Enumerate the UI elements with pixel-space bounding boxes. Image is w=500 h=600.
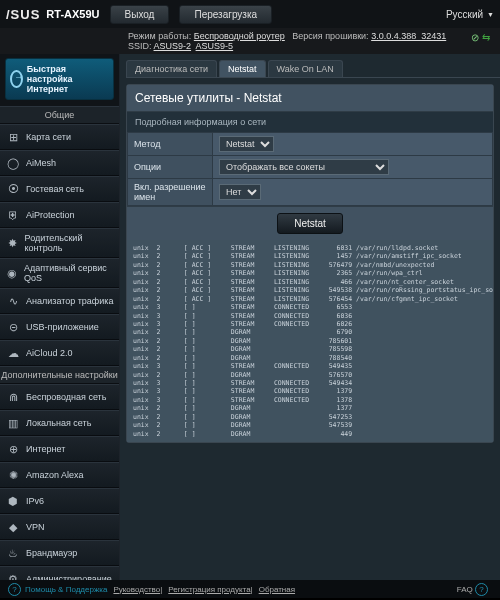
- quick-setup-icon: [10, 70, 23, 88]
- nav-icon: ◆: [5, 519, 21, 535]
- nav-label: Анализатор трафика: [26, 296, 113, 306]
- nav-label: Брандмауэр: [26, 548, 77, 558]
- option-label: Опции: [128, 156, 213, 179]
- nav-label: Карта сети: [26, 132, 71, 142]
- sidebar-item[interactable]: ⊝USB-приложение: [0, 314, 119, 340]
- nav-icon: ✸: [5, 235, 20, 251]
- nav-icon: ⦿: [5, 181, 21, 197]
- help-label[interactable]: Помощь & Поддержка: [25, 585, 107, 594]
- nav-label: Адаптивный сервис QoS: [24, 263, 114, 283]
- logout-button[interactable]: Выход: [110, 5, 170, 24]
- sidebar-item[interactable]: ◆VPN: [0, 514, 119, 540]
- nav-icon: ⊕: [5, 441, 21, 457]
- sidebar-item[interactable]: ⛨AiProtection: [0, 202, 119, 228]
- nav-icon: ⊝: [5, 319, 21, 335]
- option-select[interactable]: Отображать все сокеты: [219, 159, 389, 175]
- nav-label: Интернет: [26, 444, 65, 454]
- group-general: Общие: [0, 106, 119, 124]
- model-label: RT-AX59U: [46, 8, 99, 20]
- nav-icon: ⬢: [5, 493, 21, 509]
- help-icon[interactable]: ?: [8, 583, 21, 596]
- sidebar-item[interactable]: ⋒Беспроводная сеть: [0, 384, 119, 410]
- sidebar-item[interactable]: ⚙Администри­рование: [0, 566, 119, 580]
- netstat-panel: Сетевые утилиты - Netstat Подробная инфо…: [126, 84, 494, 443]
- nav-icon: ⚙: [5, 571, 21, 580]
- sidebar-item[interactable]: ✸Родительский контроль: [0, 228, 119, 258]
- sidebar: Быстрая настройка Интернет Общие ⊞Карта …: [0, 54, 120, 580]
- status-icons: ⊘ ⇆: [471, 32, 490, 43]
- group-advanced: Дополнительные настройки: [0, 366, 119, 384]
- firmware-link[interactable]: 3.0.0.4.388_32431: [371, 31, 446, 41]
- dns-select[interactable]: Нет: [219, 184, 261, 200]
- method-label: Метод: [128, 133, 213, 156]
- sidebar-item[interactable]: ⊞Карта сети: [0, 124, 119, 150]
- netstat-button[interactable]: Netstat: [277, 213, 343, 234]
- tab[interactable]: Диагностика сети: [126, 60, 217, 77]
- method-select[interactable]: Netstat: [219, 136, 274, 152]
- language-label: Русский: [446, 9, 483, 20]
- footer-link-register[interactable]: Регистрация продукта: [168, 585, 250, 594]
- faq-link[interactable]: FAQ ?: [457, 583, 492, 596]
- chevron-down-icon: ▼: [487, 11, 494, 18]
- tab-bar: Диагностика сетиNetstatWake On LAN: [126, 60, 500, 78]
- footer-link-manual[interactable]: Руководство: [113, 585, 160, 594]
- nav-label: Беспроводная сеть: [26, 392, 106, 402]
- mode-link[interactable]: Беспроводной роутер: [194, 31, 285, 41]
- nav-icon: ∿: [5, 293, 21, 309]
- sidebar-item[interactable]: ⦿Гостевая сеть: [0, 176, 119, 202]
- sidebar-item[interactable]: ◯AiMesh: [0, 150, 119, 176]
- quick-setup-button[interactable]: Быстрая настройка Интернет: [5, 58, 114, 100]
- header-bar: /SUS RT-AX59U Выход Перезагрузка Русский…: [0, 0, 500, 28]
- tab[interactable]: Netstat: [219, 60, 266, 77]
- tab[interactable]: Wake On LAN: [268, 60, 343, 77]
- nav-icon: ⛨: [5, 207, 21, 223]
- nav-label: USB-приложение: [26, 322, 99, 332]
- nav-label: Локальная сеть: [26, 418, 91, 428]
- nav-label: AiCloud 2.0: [26, 348, 73, 358]
- sidebar-item[interactable]: ⊕Интернет: [0, 436, 119, 462]
- nav-label: Администри­рование: [26, 574, 112, 580]
- nav-label: AiProtection: [26, 210, 75, 220]
- options-table: Метод Netstat Опции Отображать все сокет…: [127, 132, 493, 206]
- nav-icon: ⊞: [5, 129, 21, 145]
- nav-icon: ♨: [5, 545, 21, 561]
- main-content: Диагностика сетиNetstatWake On LAN Сетев…: [120, 54, 500, 580]
- netstat-output: unix 2 [ ACC ] STREAM LISTENING 6031 /va…: [127, 240, 493, 442]
- nav-label: Родительский контроль: [25, 233, 114, 253]
- nav-label: IPv6: [26, 496, 44, 506]
- nav-label: AiMesh: [26, 158, 56, 168]
- nav-icon: ◯: [5, 155, 21, 171]
- sidebar-item[interactable]: ✺Amazon Alexa: [0, 462, 119, 488]
- nav-icon: ✺: [5, 467, 21, 483]
- sidebar-item[interactable]: ♨Брандмауэр: [0, 540, 119, 566]
- sidebar-item[interactable]: ∿Анализатор трафика: [0, 288, 119, 314]
- sidebar-item[interactable]: ◉Адаптивный сервис QoS: [0, 258, 119, 288]
- nav-icon: ⋒: [5, 389, 21, 405]
- footer: ? Помощь & Поддержка Руководство | Регис…: [0, 580, 500, 598]
- nav-label: Amazon Alexa: [26, 470, 84, 480]
- quick-setup-label: Быстрая настройка Интернет: [27, 64, 109, 94]
- ssid-2[interactable]: ASUS9-5: [196, 41, 234, 51]
- info-bar: Режим работы: Беспроводной роутер Версия…: [0, 28, 500, 54]
- brand-logo: /SUS: [6, 8, 40, 21]
- language-selector[interactable]: Русский ▼: [446, 9, 494, 20]
- footer-link-feedback[interactable]: Обратная: [259, 585, 295, 594]
- nav-label: VPN: [26, 522, 45, 532]
- faq-icon: ?: [475, 583, 488, 596]
- ssid-1[interactable]: ASUS9-2: [154, 41, 192, 51]
- nav-icon: ▥: [5, 415, 21, 431]
- panel-subtitle: Подробная информация о сети: [127, 112, 493, 132]
- sidebar-item[interactable]: ⬢IPv6: [0, 488, 119, 514]
- dns-label: Вкл. разрешение имен: [128, 179, 213, 206]
- nav-icon: ◉: [5, 265, 19, 281]
- reboot-button[interactable]: Перезагрузка: [179, 5, 272, 24]
- sidebar-item[interactable]: ▥Локальная сеть: [0, 410, 119, 436]
- sidebar-item[interactable]: ☁AiCloud 2.0: [0, 340, 119, 366]
- nav-icon: ☁: [5, 345, 21, 361]
- nav-label: Гостевая сеть: [26, 184, 84, 194]
- panel-title: Сетевые утилиты - Netstat: [127, 85, 493, 112]
